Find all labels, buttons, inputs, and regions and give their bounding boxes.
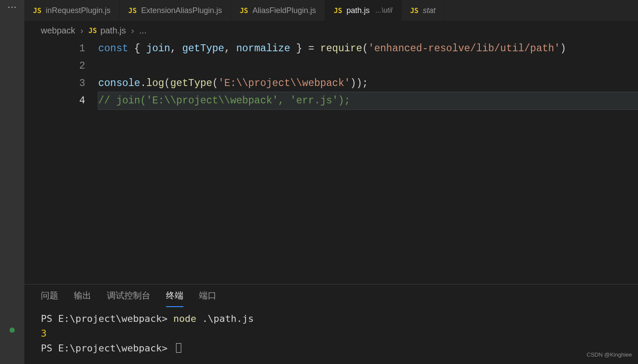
line-number: 3 xyxy=(24,75,85,92)
tab-filename: AliasFieldPlugin.js xyxy=(253,6,316,15)
code-content[interactable]: const { join, getType, normalize } = req… xyxy=(98,40,638,284)
token-pn: ( xyxy=(212,78,218,89)
breadcrumb-parent[interactable]: webpack xyxy=(41,26,75,36)
js-file-icon: JS xyxy=(410,7,419,15)
panel-tab[interactable]: 调试控制台 xyxy=(107,290,150,307)
line-number: 2 xyxy=(24,57,85,75)
panel-tab[interactable]: 端口 xyxy=(199,290,216,307)
js-file-icon: JS xyxy=(33,7,41,15)
token-fn: getType xyxy=(170,78,213,89)
js-file-icon: JS xyxy=(89,26,97,35)
token-fn: require xyxy=(320,43,362,54)
tab-path-suffix: ...\util xyxy=(375,7,392,14)
watermark: CSDN @Kinghiee xyxy=(587,351,632,358)
terminal[interactable]: PS E:\project\webpack> node .\path.js 3 … xyxy=(24,307,638,356)
bottom-panel: 问题输出调试控制台终端端口 PS E:\project\webpack> nod… xyxy=(24,284,638,364)
js-file-icon: JS xyxy=(334,7,342,15)
terminal-output: 3 xyxy=(41,326,621,341)
code-line[interactable]: // join('E:\\project\\webpack', 'err.js'… xyxy=(98,92,638,109)
token-pn: , xyxy=(224,43,236,54)
token-kw: const xyxy=(98,43,128,54)
editor-tab[interactable]: JSAliasFieldPlugin.js xyxy=(231,0,325,21)
token-pn: ( xyxy=(164,78,170,89)
token-pn: } = xyxy=(290,43,320,54)
token-id: join xyxy=(146,43,170,54)
token-cmt: // join('E:\\project\\webpack', 'err.js'… xyxy=(98,95,350,106)
code-line[interactable]: console.log(getType('E:\\project\\webpac… xyxy=(98,75,638,92)
js-file-icon: JS xyxy=(128,7,136,15)
token-pn: )); xyxy=(350,78,368,89)
panel-tab[interactable]: 输出 xyxy=(74,290,91,307)
code-line[interactable]: const { join, getType, normalize } = req… xyxy=(98,40,638,57)
token-str: 'enhanced-resolve/lib/util/path' xyxy=(368,43,560,54)
token-id: getType xyxy=(182,43,224,54)
token-pn: ) xyxy=(560,43,566,54)
tab-filename: path.js xyxy=(346,6,369,15)
terminal-cursor xyxy=(176,343,181,353)
tab-filename: stat xyxy=(423,6,435,15)
line-number: 1 xyxy=(24,40,85,57)
activity-indicator-dot xyxy=(10,328,15,333)
token-pn: , xyxy=(170,43,183,54)
token-str: 'E:\\project\\webpack' xyxy=(218,78,350,89)
code-line[interactable] xyxy=(98,57,638,75)
activity-bar: ··· xyxy=(0,0,24,364)
breadcrumb-tail[interactable]: ... xyxy=(139,26,146,36)
terminal-prompt: PS E:\project\webpack> xyxy=(41,313,173,324)
editor-tab[interactable]: JSpath.js...\util xyxy=(325,0,402,21)
tab-filename: ExtensionAliasPlugin.js xyxy=(141,6,222,15)
terminal-command-arg: .\path.js xyxy=(202,313,254,324)
editor-tabs: JSinRequestPlugin.jsJSExtensionAliasPlug… xyxy=(24,0,638,21)
terminal-command: node xyxy=(173,313,202,324)
editor-tab[interactable]: JSstat xyxy=(402,0,445,21)
code-editor[interactable]: 1234 const { join, getType, normalize } … xyxy=(24,40,638,284)
panel-tabs: 问题输出调试控制台终端端口 xyxy=(24,285,638,307)
chevron-right-icon: › xyxy=(131,26,134,36)
token-id: normalize xyxy=(236,43,290,54)
terminal-line: PS E:\project\webpack> node .\path.js xyxy=(41,311,621,326)
token-id: console xyxy=(98,78,140,89)
panel-tab[interactable]: 问题 xyxy=(41,290,58,307)
breadcrumb[interactable]: webpack › JS path.js › ... xyxy=(24,21,638,40)
breadcrumb-file[interactable]: path.js xyxy=(100,26,126,36)
token-pn: . xyxy=(140,78,146,89)
panel-tab[interactable]: 终端 xyxy=(166,290,183,307)
token-pn: ( xyxy=(362,43,368,54)
terminal-prompt: PS E:\project\webpack> xyxy=(41,343,173,354)
chevron-right-icon: › xyxy=(80,26,83,36)
token-fn: log xyxy=(146,78,164,89)
more-icon[interactable]: ··· xyxy=(7,2,17,12)
editor-tab[interactable]: JSinRequestPlugin.js xyxy=(24,0,120,21)
tab-filename: inRequestPlugin.js xyxy=(46,6,110,15)
line-number: 4 xyxy=(24,92,85,109)
js-file-icon: JS xyxy=(240,7,248,15)
editor-tab[interactable]: JSExtensionAliasPlugin.js xyxy=(120,0,231,21)
terminal-line: PS E:\project\webpack> xyxy=(41,341,621,356)
token-pn: { xyxy=(128,43,146,54)
line-gutter: 1234 xyxy=(24,40,98,284)
